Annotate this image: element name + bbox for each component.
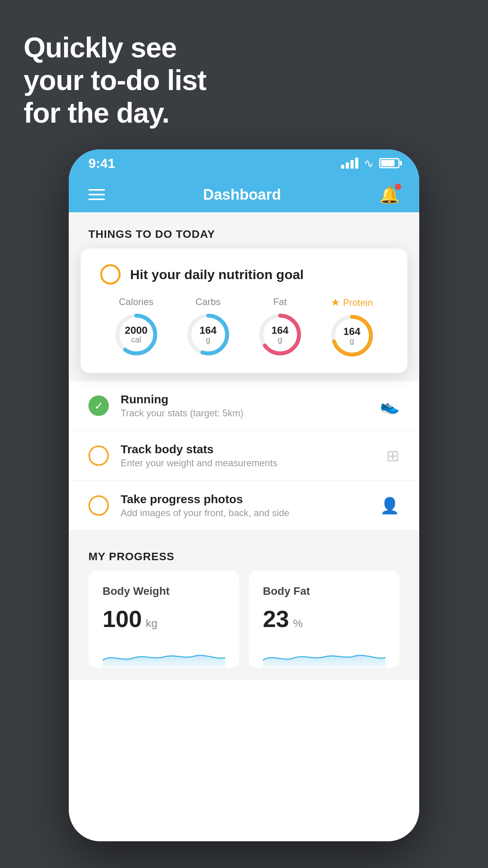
notification-badge: [395, 184, 401, 190]
chart-area: [103, 640, 225, 668]
progress-value: 23 %: [263, 605, 385, 633]
progress-number: 23: [263, 605, 289, 633]
todo-text: Take progress photos Add images of your …: [121, 493, 368, 519]
donut-chart: 164 g: [187, 313, 230, 356]
hero-text: Quickly see your to-do list for the day.: [24, 31, 206, 129]
chart-area: [263, 640, 385, 668]
macro-item-calories: Calories 2000 cal: [115, 296, 158, 356]
progress-value: 100 kg: [103, 605, 225, 633]
nutrition-circle: [100, 264, 121, 285]
todo-name: Take progress photos: [121, 493, 368, 506]
menu-button[interactable]: [88, 189, 105, 200]
todo-sub: Track your stats (target: 5km): [121, 408, 368, 419]
status-icons: ∿: [341, 156, 400, 170]
donut-value: 2000 cal: [125, 325, 148, 344]
progress-card-title: Body Fat: [263, 585, 385, 598]
todo-icon: 👟: [380, 397, 400, 415]
todo-list: ✓ Running Track your stats (target: 5km)…: [69, 381, 419, 531]
todo-text: Track body stats Enter your weight and m…: [121, 443, 374, 469]
progress-card-title: Body Weight: [103, 585, 225, 598]
todo-sub: Enter your weight and measurements: [121, 458, 374, 469]
signal-icon: [341, 158, 358, 169]
donut-value: 164 g: [200, 325, 216, 344]
donut-chart: 164 g: [259, 313, 302, 356]
donut-value: 164 g: [272, 325, 288, 344]
macro-item-carbs: Carbs 164 g: [187, 296, 230, 356]
progress-unit: kg: [146, 617, 158, 630]
nutrition-card[interactable]: Hit your daily nutrition goal Calories 2…: [81, 248, 407, 373]
donut-value: 164 g: [343, 326, 360, 346]
nutrition-header: Hit your daily nutrition goal: [100, 264, 388, 285]
todo-item[interactable]: Track body stats Enter your weight and m…: [69, 431, 419, 481]
status-bar: 9:41 ∿: [69, 149, 419, 177]
nutrition-title: Hit your daily nutrition goal: [130, 267, 304, 282]
nav-bar: Dashboard 🔔: [69, 177, 419, 212]
progress-card[interactable]: Body Weight 100 kg: [88, 571, 239, 668]
todo-text: Running Track your stats (target: 5km): [121, 393, 368, 419]
todo-check-circle: ✓: [88, 395, 109, 416]
todo-sub: Add images of your front, back, and side: [121, 508, 368, 519]
notification-button[interactable]: 🔔: [379, 185, 400, 204]
progress-title: MY PROGRESS: [88, 550, 400, 563]
progress-number: 100: [103, 605, 142, 633]
macro-item-fat: Fat 164 g: [259, 296, 302, 356]
wifi-icon: ∿: [364, 156, 374, 170]
donut-chart: 2000 cal: [115, 313, 158, 356]
todo-name: Track body stats: [121, 443, 374, 456]
todo-check-circle: [88, 495, 109, 516]
todo-check-circle: [88, 445, 109, 466]
things-section: THINGS TO DO TODAY Hit your daily nutrit…: [69, 212, 419, 381]
macro-label: ★Protein: [331, 296, 373, 309]
macro-label: Fat: [273, 296, 287, 307]
todo-icon: ⊞: [386, 447, 400, 465]
phone-frame: 9:41 ∿ Dashboard 🔔 THINGS TO DO TODAY: [69, 149, 419, 841]
todo-item[interactable]: ✓ Running Track your stats (target: 5km)…: [69, 381, 419, 431]
content-area: THINGS TO DO TODAY Hit your daily nutrit…: [69, 212, 419, 680]
macros-row: Calories 2000 cal Carbs 164 g Fat: [100, 296, 388, 357]
progress-cards: Body Weight 100 kg Body Fat 23 %: [88, 571, 400, 668]
battery-icon: [379, 158, 400, 168]
progress-card[interactable]: Body Fat 23 %: [249, 571, 400, 668]
todo-icon: 👤: [380, 497, 400, 515]
todo-item[interactable]: Take progress photos Add images of your …: [69, 481, 419, 531]
progress-unit: %: [293, 617, 303, 630]
progress-section: MY PROGRESS Body Weight 100 kg Body Fat: [69, 531, 419, 680]
macro-label: Calories: [119, 296, 153, 307]
todo-name: Running: [121, 393, 368, 406]
macro-label: Carbs: [195, 296, 220, 307]
macro-item-protein: ★Protein 164 g: [330, 296, 374, 357]
donut-chart: 164 g: [330, 314, 374, 357]
things-title: THINGS TO DO TODAY: [88, 228, 400, 241]
status-time: 9:41: [88, 156, 115, 171]
nav-title: Dashboard: [203, 186, 281, 203]
